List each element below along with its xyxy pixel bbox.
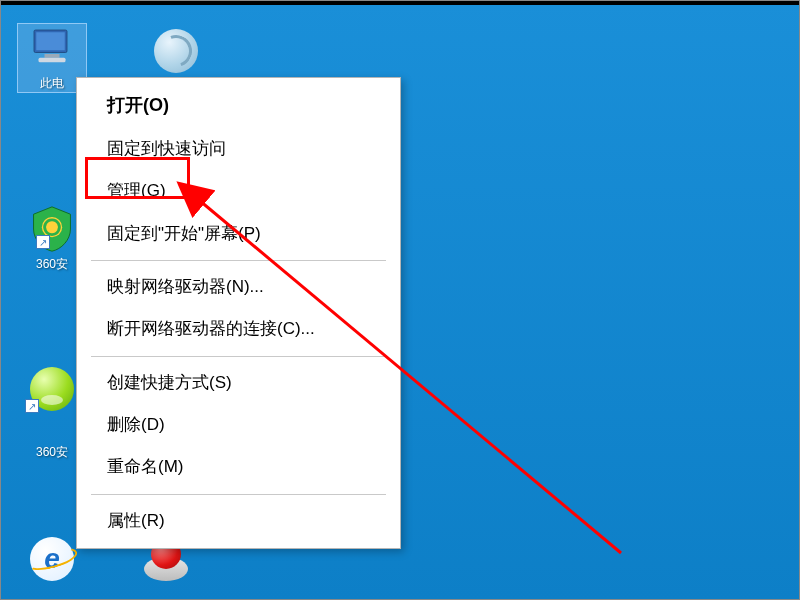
- menu-item-rename[interactable]: 重命名(M): [77, 446, 400, 488]
- computer-icon: [28, 24, 76, 72]
- ie-icon: [28, 535, 76, 583]
- menu-item-map-drive[interactable]: 映射网络驱动器(N)...: [77, 266, 400, 308]
- svg-rect-1: [36, 32, 65, 50]
- shield-icon: ↗: [28, 205, 76, 253]
- menu-item-disconnect-drive[interactable]: 断开网络驱动器的连接(C)...: [77, 308, 400, 350]
- browser-icon: [152, 27, 200, 75]
- menu-item-create-shortcut[interactable]: 创建快捷方式(S): [77, 362, 400, 404]
- menu-item-manage[interactable]: 管理(G): [77, 170, 400, 212]
- svg-rect-3: [39, 58, 66, 63]
- menu-separator: [91, 494, 386, 495]
- ball-icon: ↗: [28, 365, 76, 413]
- menu-item-properties[interactable]: 属性(R): [77, 500, 400, 542]
- menu-item-open[interactable]: 打开(O): [77, 84, 400, 128]
- desktop-icon-browser[interactable]: [141, 27, 211, 79]
- svg-rect-2: [45, 54, 60, 58]
- menu-item-delete[interactable]: 删除(D): [77, 404, 400, 446]
- context-menu: 打开(O) 固定到快速访问 管理(G) 固定到"开始"屏幕(P) 映射网络驱动器…: [76, 77, 401, 549]
- shortcut-badge-icon: ↗: [36, 235, 50, 249]
- shortcut-badge-icon: ↗: [25, 399, 39, 413]
- desktop: 此电 ↗ 360安 ↗ 360安: [1, 5, 799, 599]
- menu-item-pin-start[interactable]: 固定到"开始"屏幕(P): [77, 213, 400, 255]
- menu-item-pin-quick-access[interactable]: 固定到快速访问: [77, 128, 400, 170]
- menu-separator: [91, 260, 386, 261]
- menu-separator: [91, 356, 386, 357]
